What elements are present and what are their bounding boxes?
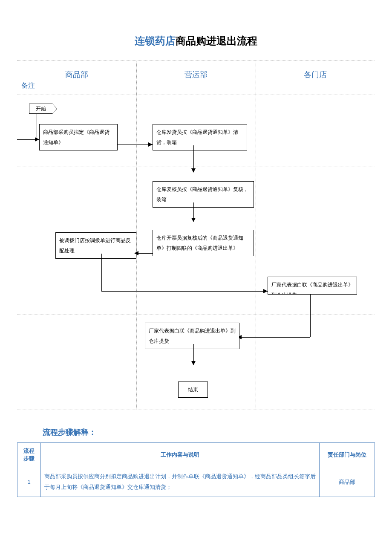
arrow-icon (148, 142, 153, 147)
connector (101, 254, 102, 291)
node-a1: 商品部采购员拟定《商品退货通知单》 (39, 124, 118, 150)
lane-header-2: 营运部 (136, 61, 256, 95)
arrow-icon (191, 361, 196, 365)
row-divider (17, 410, 375, 410)
lane-headers: 商品部 营运部 各门店 (17, 61, 375, 95)
lane-header-1: 商品部 (17, 61, 136, 95)
page-title: 连锁药店商品购进退出流程 (17, 34, 375, 48)
arrow-icon (134, 251, 138, 255)
cell-step: 1 (17, 467, 41, 497)
lane-header-3: 各门店 (256, 61, 375, 95)
steps-table: 流程步骤 工作内容与说明 责任部门与岗位 1 商品部采购员按供应商分别拟定商品购… (17, 442, 375, 497)
note-label: 备注 (21, 81, 35, 90)
title-blue-left: 连锁药店 (135, 35, 176, 46)
section-title: 流程步骤解释： (43, 427, 375, 437)
arrow-icon (191, 168, 196, 173)
title-black: 商品购进退出流程 (176, 35, 257, 46)
node-b3: 仓库开票员据复核后的《商品退货通知单》打制四联的《商品购进退出单》 (153, 230, 254, 256)
connector (239, 337, 310, 338)
th-desc: 工作内容与说明 (41, 443, 320, 467)
node-a2: 被调拨门店按调拨单进行商品反配处理 (55, 232, 136, 259)
node-b1: 仓库发货员按《商品退货通知单》清货，装箱 (153, 124, 247, 150)
lane-divider (136, 61, 137, 410)
row-divider (17, 315, 375, 315)
arrow-icon (35, 137, 39, 142)
row-divider (17, 167, 375, 167)
connector (193, 145, 194, 172)
connector (101, 291, 268, 292)
cell-resp: 商品部 (320, 467, 375, 497)
swimlane-container: 商品部 营运部 各门店 备注 开始 商品部采购员拟定《商品退货通知单》 仓库发货… (17, 61, 375, 410)
node-c1: 厂家代表据白联《商品购进退出单》到仓库提货 (268, 277, 357, 295)
node-start: 开始 (29, 104, 53, 114)
node-end: 结束 (178, 382, 208, 398)
arrow-icon (191, 218, 196, 222)
th-step: 流程步骤 (17, 443, 41, 467)
lane-divider (256, 61, 256, 410)
connector (37, 114, 37, 139)
arrow-icon (263, 289, 268, 293)
node-start-label: 开始 (36, 106, 46, 112)
connector (118, 145, 153, 145)
connector (136, 253, 153, 254)
cell-desc: 商品部采购员按供应商分别拟定商品购进退出计划，并制作单联《商品退货通知单》，经商… (41, 467, 320, 497)
th-resp: 责任部门与岗位 (320, 443, 375, 467)
node-b4: 厂家代表据白联《商品购进退出单》到仓库提货 (145, 323, 239, 349)
node-b2: 仓库复核员按《商品退货通知单》复核，装箱 (153, 181, 254, 208)
connector (310, 295, 311, 337)
table-row: 1 商品部采购员按供应商分别拟定商品购进退出计划，并制作单联《商品退货通知单》，… (17, 467, 375, 497)
